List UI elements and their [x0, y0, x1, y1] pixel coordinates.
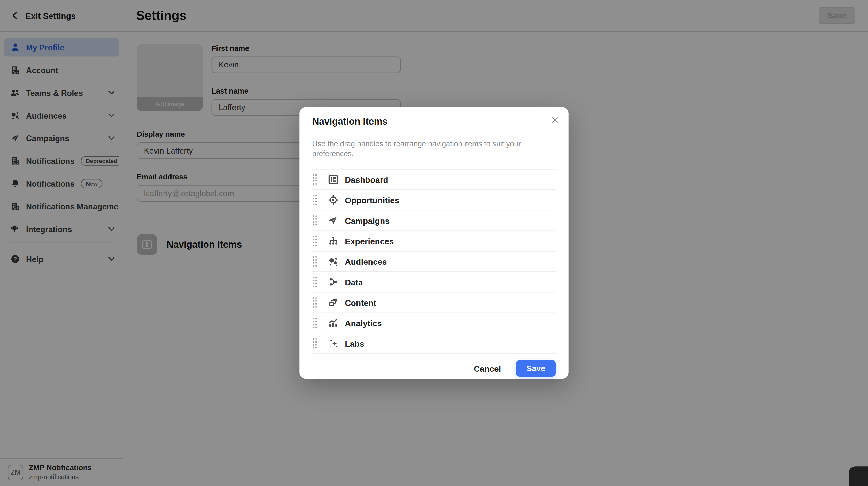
- list-item-audiences: Audiences: [312, 251, 556, 271]
- list-item-label: Data: [345, 277, 363, 287]
- list-item-dashboard: Dashboard: [312, 169, 556, 190]
- chat-widget-button[interactable]: [848, 467, 868, 486]
- paper-plane-icon: [328, 215, 339, 226]
- drag-handle-icon[interactable]: [312, 296, 317, 308]
- list-item-label: Labs: [345, 339, 364, 348]
- cancel-button[interactable]: Cancel: [473, 362, 502, 375]
- list-item-labs: Labs: [312, 333, 556, 353]
- navigation-items-modal: Navigation Items Use the drag handles to…: [300, 107, 568, 379]
- drag-handle-icon[interactable]: [312, 337, 317, 349]
- list-item-experiences: Experiences: [312, 230, 556, 251]
- list-item-label: Analytics: [345, 318, 382, 327]
- list-item-data: Data: [312, 271, 556, 292]
- analytics-icon: [328, 317, 339, 328]
- list-item-label: Campaigns: [345, 216, 390, 225]
- drag-handle-icon[interactable]: [312, 235, 317, 247]
- data-flow-icon: [328, 276, 339, 287]
- target-icon: [328, 194, 339, 205]
- drag-handle-icon[interactable]: [312, 255, 317, 267]
- drag-handle-icon[interactable]: [312, 317, 317, 329]
- drag-handle-icon[interactable]: [312, 276, 317, 288]
- list-item-label: Opportunities: [345, 195, 399, 204]
- layers-icon: [328, 297, 339, 308]
- modal-title: Navigation Items: [312, 107, 556, 127]
- close-icon[interactable]: [549, 114, 560, 125]
- sparkles-icon: [328, 338, 339, 349]
- list-item-label: Dashboard: [345, 175, 388, 184]
- modal-description: Use the drag handles to rearrange naviga…: [312, 139, 556, 159]
- list-item-content: Content: [312, 292, 556, 312]
- list-item-campaigns: Campaigns: [312, 210, 556, 230]
- list-item-label: Content: [345, 298, 376, 307]
- drag-handle-icon[interactable]: [312, 214, 317, 226]
- dashboard-icon: [328, 174, 339, 185]
- screen: Exit Settings My Profile Account: [0, 0, 868, 486]
- drag-handle-icon[interactable]: [312, 194, 317, 206]
- list-item-label: Audiences: [345, 257, 387, 266]
- modal-footer: Cancel Save: [312, 360, 556, 377]
- list-item-label: Experiences: [345, 236, 394, 246]
- modal-save-button[interactable]: Save: [516, 360, 556, 377]
- drag-handle-icon[interactable]: [312, 173, 317, 185]
- nav-items-list: Dashboard Opportunities Campaigns: [312, 169, 556, 354]
- bubbles-icon: [328, 256, 339, 267]
- sitemap-icon: [328, 235, 339, 247]
- list-item-opportunities: Opportunities: [312, 190, 556, 210]
- list-item-analytics: Analytics: [312, 313, 556, 333]
